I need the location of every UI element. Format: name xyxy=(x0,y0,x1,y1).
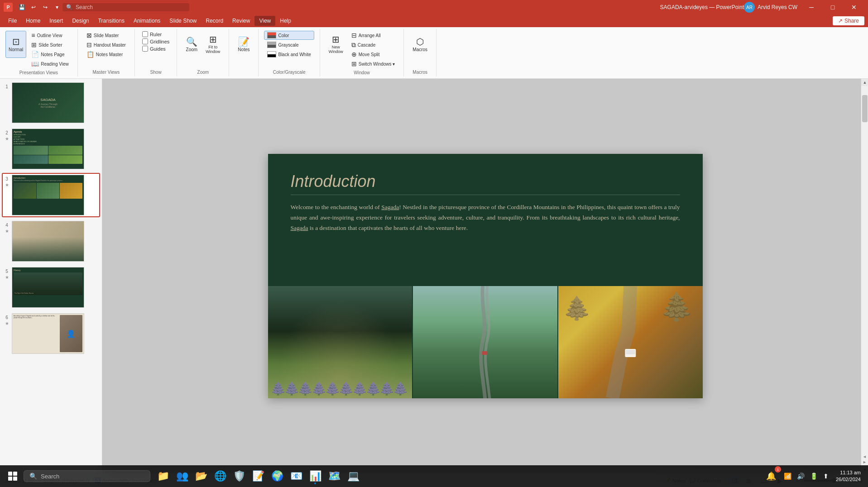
ribbon-btn-move-split[interactable]: ⊕ Move Split xyxy=(348,50,398,59)
ribbon-btn-new-window[interactable]: ⊞ NewWindow xyxy=(326,31,346,58)
network-icon[interactable]: 📶 xyxy=(782,471,793,482)
menu-view[interactable]: View xyxy=(254,16,275,26)
ribbon-btn-zoom[interactable]: 🔍 Zoom xyxy=(182,31,201,58)
road-svg xyxy=(413,286,557,398)
menu-design[interactable]: Design xyxy=(67,16,93,26)
menu-file[interactable]: File xyxy=(4,16,21,26)
gridlines-check[interactable] xyxy=(142,38,148,44)
ribbon-btn-slide-sorter[interactable]: ⊞ Slide Sorter xyxy=(28,40,72,49)
ribbon-btn-cascade[interactable]: ⧉ Cascade xyxy=(348,40,398,49)
menu-home[interactable]: Home xyxy=(21,16,45,26)
presentation-views-label: Presentation Views xyxy=(19,68,58,75)
svg-rect-2 xyxy=(626,350,635,354)
task-app-explorer: 📂 xyxy=(192,467,210,485)
file-explorer-button[interactable]: 📁 xyxy=(154,467,172,485)
ruler-checkbox[interactable]: Ruler xyxy=(140,31,171,38)
slide-thumb-4[interactable]: 4 ★ Content slide with nature imagery xyxy=(2,219,100,263)
sticky-notes-button[interactable]: 📝 xyxy=(249,467,267,485)
share-button[interactable]: ↗ Share xyxy=(833,16,864,25)
arrow-right-2[interactable]: ► xyxy=(863,460,867,464)
menu-review[interactable]: Review xyxy=(228,16,254,26)
app-icon: P xyxy=(4,3,13,12)
title-bar-left: P 💾 ↩ ↪ ▾ xyxy=(4,3,62,12)
menu-slideshow[interactable]: Slide Show xyxy=(165,16,201,26)
scroll-thumb[interactable] xyxy=(862,95,868,122)
menu-record[interactable]: Record xyxy=(201,16,228,26)
menu-animations[interactable]: Animations xyxy=(129,16,165,26)
ribbon-btn-slide-master[interactable]: ⊠ Slide Master xyxy=(83,31,129,40)
ribbon-btn-notes-master[interactable]: 📋 Notes Master xyxy=(83,50,129,59)
powerpoint-button[interactable]: 📊 xyxy=(306,467,324,485)
ribbon-btn-reading[interactable]: 📖 Reading View xyxy=(28,59,72,68)
slide-thumb-5[interactable]: 5 ★ History The Sign of the Golden Harve… xyxy=(2,265,100,310)
system-clock[interactable]: 11:13 am 26/02/2024 xyxy=(832,468,864,485)
teams-icon: 👥 xyxy=(176,471,188,481)
maximize-button[interactable]: □ xyxy=(822,0,843,14)
title-search-input[interactable] xyxy=(76,4,175,10)
save-button[interactable]: 💾 xyxy=(16,3,27,12)
ruler-check[interactable] xyxy=(142,31,148,37)
scroll-track[interactable] xyxy=(861,86,868,453)
menu-help[interactable]: Help xyxy=(275,16,296,26)
zoom-label: Zoom xyxy=(186,47,198,52)
start-button[interactable] xyxy=(4,467,22,485)
ribbon-btn-macros[interactable]: ⬡ Macros xyxy=(409,31,431,58)
minimize-button[interactable]: ─ xyxy=(801,0,822,14)
scroll-up-button[interactable]: ▲ xyxy=(861,79,868,86)
ribbon-btn-black-white[interactable]: Black and White xyxy=(264,50,314,59)
terminal-button[interactable]: 💻 xyxy=(344,467,362,485)
chrome-button[interactable]: 🌍 xyxy=(268,467,286,485)
show-checkboxes-col: Ruler Gridlines Guides xyxy=(140,31,171,52)
undo-button[interactable]: ↩ xyxy=(28,3,39,12)
slide-thumb-1[interactable]: 1 SAGADA A Journey Through the Cordiller… xyxy=(2,81,100,125)
taskbar-right: 1 🔔 📶 🔊 🔋 ⬆ 11:13 am 26/02/2024 xyxy=(762,467,864,485)
ribbon-btn-grayscale[interactable]: Grayscale xyxy=(264,40,314,49)
slide-thumb-2[interactable]: 2 ★ Agenda INTRODUCTIONHISTORYATTRACTION… xyxy=(2,127,100,171)
vertical-scrollbar[interactable]: ▲ ◄ ► ▼ xyxy=(861,79,868,473)
title-search-bar[interactable]: 🔍 xyxy=(62,3,189,11)
up-arrow-icon[interactable]: ⬆ xyxy=(821,471,830,482)
ribbon-btn-outline[interactable]: ≡ Outline View xyxy=(28,31,72,40)
ribbon-btn-color[interactable]: Color xyxy=(264,31,314,40)
slide-thumb-6[interactable]: 6 ★ According to legend, Sagada was foun… xyxy=(2,311,100,356)
slide-sorter-icon: ⊞ xyxy=(31,42,37,48)
maps-icon: 🗺️ xyxy=(328,471,340,481)
close-button[interactable]: ✕ xyxy=(844,0,864,14)
ribbon-btn-normal[interactable]: ⊡ Normal xyxy=(5,31,26,58)
security-button[interactable]: 🛡️ xyxy=(230,467,248,485)
guides-check[interactable] xyxy=(142,46,148,52)
menu-transitions[interactable]: Transitions xyxy=(94,16,129,26)
slide-panel[interactable]: 1 SAGADA A Journey Through the Cordiller… xyxy=(0,79,102,473)
task-app-sticky-notes: 📝 xyxy=(249,467,267,485)
ribbon-btn-arrange-all[interactable]: ⊟ Arrange All xyxy=(348,31,398,40)
star-icon-2: ★ xyxy=(5,136,9,141)
teams-button[interactable]: 👥 xyxy=(173,467,191,485)
arrow-right-1[interactable]: ◄ xyxy=(863,454,867,459)
slide-image-1 xyxy=(268,286,412,398)
color-group-label: Color/Grayscale xyxy=(273,68,306,75)
maps-button[interactable]: 🗺️ xyxy=(325,467,343,485)
normal-view-label: Normal xyxy=(9,47,23,52)
ribbon-btn-notes[interactable]: 📝 Notes xyxy=(235,31,253,58)
volume-icon[interactable]: 🔊 xyxy=(795,471,806,482)
outlook-icon: 📧 xyxy=(290,471,302,481)
ribbon-btn-fit-window[interactable]: ⊞ Fit toWindow xyxy=(202,31,223,58)
explorer-button[interactable]: 📂 xyxy=(192,467,210,485)
slide-number-2: 2 ★ xyxy=(4,129,10,141)
outlook-button[interactable]: 📧 xyxy=(287,467,305,485)
ribbon-btn-handout-master[interactable]: ⊟ Handout Master xyxy=(83,40,129,49)
guides-checkbox[interactable]: Guides xyxy=(140,45,171,52)
menu-insert[interactable]: Insert xyxy=(45,16,67,26)
gridlines-checkbox[interactable]: Gridlines xyxy=(140,38,171,45)
taskbar-search[interactable]: 🔍 Search xyxy=(24,470,150,482)
slide-thumb-3[interactable]: 3 ★ Introduction Welcome to the enchanti… xyxy=(2,173,100,217)
ribbon-btn-switch-windows[interactable]: ⊞ Switch Windows ▾ xyxy=(348,59,398,68)
macros-content: ⬡ Macros xyxy=(409,31,431,68)
reading-label: Reading View xyxy=(41,62,69,67)
ribbon-btn-notes-page[interactable]: 📄 Notes Page xyxy=(28,50,72,59)
customize-button[interactable]: ▾ xyxy=(52,3,62,12)
edge-button[interactable]: 🌐 xyxy=(211,467,229,485)
battery-icon[interactable]: 🔋 xyxy=(808,471,820,482)
redo-button[interactable]: ↪ xyxy=(40,3,51,12)
ribbon-group-presentation-views: ⊡ Normal ≡ Outline View ⊞ Slide Sorter 📄… xyxy=(0,29,78,76)
